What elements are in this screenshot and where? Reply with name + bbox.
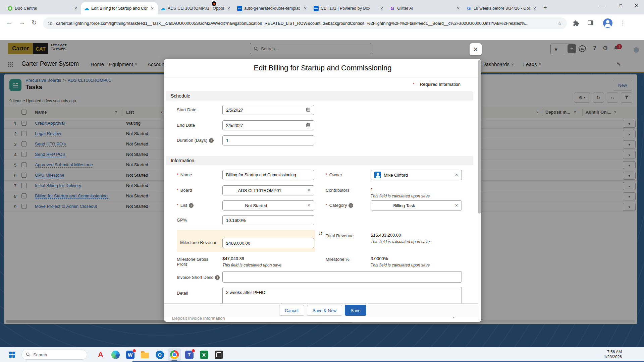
invoice-short-desc-input[interactable] [222,271,462,283]
taskbar-search[interactable]: Search [21,350,87,360]
notification-dot [192,349,195,353]
save-and-new-button[interactable]: Save & New [307,305,342,316]
glitter-favicon: G [390,6,395,11]
modal-scrollbar-thumb[interactable] [478,60,481,214]
box-favicon: box [313,6,319,11]
save-button[interactable]: Save [345,305,366,316]
list-label: *Listi [177,203,194,208]
list-pill[interactable]: Not Started ✕ [222,200,314,210]
milestone-pct-value: 3.0000% [371,256,388,261]
side-panel-icon[interactable] [588,20,593,25]
tab-glitter-ai[interactable]: G Glitter AI ✕ [387,2,464,14]
contributors-value: 1 [371,187,373,192]
remove-owner-icon[interactable]: ✕ [453,173,458,177]
url-text: cartercat.lightning.force.com/lightning/… [56,21,557,26]
section-information[interactable]: Information [166,156,473,165]
tab-close-icon[interactable]: ✕ [532,6,537,11]
tab-quote-template[interactable]: box auto-generated-quote-templat ✕ [234,2,311,14]
end-date-input[interactable]: 2/5/2027 [222,120,314,130]
app-icon-dark[interactable] [212,348,225,361]
edge-icon[interactable] [109,348,122,361]
invoice-short-desc-label: Invoice Short Desci [177,275,220,280]
start-button[interactable] [5,348,19,361]
windows-logo-icon [9,352,15,358]
box-favicon: box [237,6,242,11]
owner-pill[interactable]: Mike Clifford ✕ [371,170,462,180]
info-icon[interactable]: i [215,275,220,280]
salesforce-favicon: ☁ [160,6,166,11]
remove-board-icon[interactable]: ✕ [305,188,311,193]
clock-time: 7:56 AM [604,350,622,355]
forward-icon[interactable]: → [19,19,25,26]
reload-icon[interactable]: ↻ [32,19,37,26]
info-icon[interactable]: i [189,203,194,208]
milestone-gross-profit-note: This field is calculated upon save [222,263,281,267]
info-icon[interactable]: i [348,203,353,208]
address-bar[interactable]: cartercat.lightning.force.com/lightning/… [43,17,567,29]
outlook-icon[interactable]: O [153,348,166,361]
milestone-revenue-input[interactable]: $468,000.00 [222,238,314,248]
category-label: *Categoryi [326,203,353,208]
back-icon[interactable]: ← [6,19,12,26]
taskbar-clock[interactable]: 7:56 AM 1/28/2026 [604,350,622,360]
duration-input[interactable]: 1 [222,135,314,145]
chrome-icon[interactable] [168,348,181,361]
profile-avatar[interactable] [603,18,612,28]
active-app-indicator [171,360,177,361]
user-chip-icon [374,172,381,178]
gp-label: GP% [177,218,187,223]
close-icon: ✕ [473,46,478,53]
calendar-icon[interactable] [306,107,311,113]
excel-icon[interactable]: X [197,348,211,361]
bookmark-star-icon[interactable]: ☆ [557,20,562,26]
tab-clt101-box[interactable]: box CLT 101 | Powered by Box ✕ [311,2,387,14]
app-icon-notification[interactable]: T [182,348,196,361]
section-deposit-invoice: Deposit Invoice Information [172,316,225,321]
required-info-note: *= Required Information [413,82,461,87]
window-maximize-button[interactable]: □ [613,0,629,11]
info-icon[interactable]: i [209,138,214,143]
browser-toolbar: ← → ↻ cartercat.lightning.force.com/ligh… [0,14,644,32]
milestone-pct-note: This field is calculated upon save [371,263,430,267]
tab-ads-opportunity[interactable]: ☁ ADS CLT101ROMP01 | Opportu ✕ [158,2,234,14]
modal-title: Edit Billing for Startup and Commissioni… [164,64,481,72]
window-close-button[interactable]: ✕ [629,0,644,11]
board-pill[interactable]: ADS CLT101ROMP01 ✕ [222,185,314,195]
tab-duo-central[interactable]: Duo Central ✕ [5,2,81,14]
board-label: *Board [177,188,192,193]
extensions-icon[interactable] [573,20,579,26]
tab-close-icon[interactable]: ✕ [455,6,461,11]
milestone-gross-profit-value: $47,040.39 [222,256,244,261]
site-info-icon[interactable] [48,21,53,26]
salesforce-favicon: ☁ [84,6,89,11]
notification-dot [132,349,136,353]
window-minimize-button[interactable]: — [594,0,610,11]
tab-edit-billing[interactable]: ☁ Edit Billing for Startup and Com ✕ [81,2,158,14]
modal-close-button[interactable]: ✕ [470,43,482,55]
remove-category-icon[interactable]: ✕ [453,203,458,208]
category-pill[interactable]: Billing Task ✕ [371,200,462,210]
tab-close-icon[interactable]: ✕ [150,6,155,11]
browser-menu-icon[interactable]: ⋮ [620,19,626,26]
remove-list-icon[interactable]: ✕ [305,203,311,208]
calendar-icon[interactable] [306,123,311,128]
cancel-button[interactable]: Cancel [279,305,304,316]
total-revenue-label: Total Revenue [326,233,354,238]
tab-close-icon[interactable]: ✕ [303,6,308,11]
name-input[interactable]: Billing for Startup and Commissioning [222,170,314,180]
section-schedule[interactable]: Schedule [166,91,473,101]
undo-icon[interactable]: ↺ [318,231,323,237]
gp-input[interactable]: 10.1600% [222,215,314,225]
start-date-input[interactable]: 2/5/2027 [222,105,314,115]
tab-close-icon[interactable]: ✕ [73,6,78,11]
collapse-chevron-icon: ▾ [453,316,454,319]
acrobat-icon[interactable]: A [94,348,107,361]
contributors-label: Contributors [326,188,350,193]
tab-close-icon[interactable]: ✕ [226,6,231,11]
new-tab-button[interactable]: + [543,4,547,11]
file-explorer-icon[interactable] [138,348,152,361]
word-icon[interactable]: W [123,348,137,361]
duo-favicon [7,6,13,11]
tab-close-icon[interactable]: ✕ [379,6,384,11]
tab-google-search[interactable]: G 18 weeks before 8/14/26 - Goo ✕ [464,2,540,14]
